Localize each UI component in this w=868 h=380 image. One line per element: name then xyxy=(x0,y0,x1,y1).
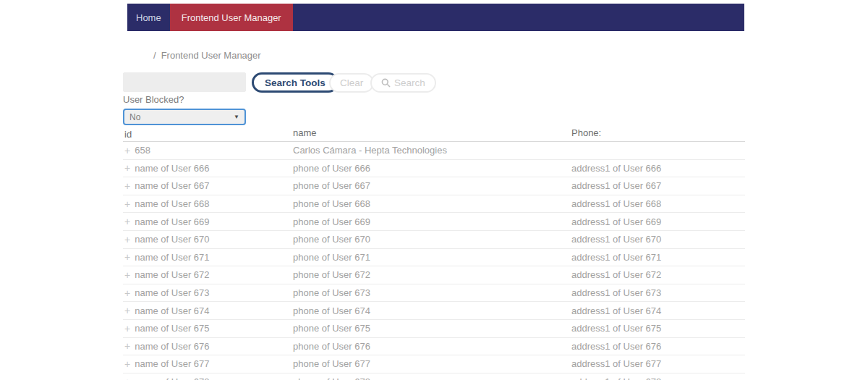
cell-phone: address1 of User 678 xyxy=(571,376,745,380)
cell-phone: address1 of User 666 xyxy=(571,163,745,174)
expand-row-icon[interactable]: + xyxy=(124,288,130,298)
cell-id: +name of User 671 xyxy=(123,252,293,263)
cell-id: +658 xyxy=(123,145,293,156)
cell-id: +name of User 674 xyxy=(123,305,293,316)
column-header-phone: Phone: xyxy=(571,127,745,141)
table-row[interactable]: +name of User 667phone of User 667addres… xyxy=(123,177,745,195)
chevron-down-icon: ▼ xyxy=(234,114,239,120)
table-row[interactable]: +name of User 674phone of User 674addres… xyxy=(123,302,745,320)
cell-phone: address1 of User 675 xyxy=(571,323,745,334)
cell-id: +name of User 666 xyxy=(123,163,293,174)
cell-name: phone of User 677 xyxy=(293,358,571,369)
column-header-name: name xyxy=(293,127,571,141)
cell-id-text: 658 xyxy=(135,145,150,156)
cell-id-text: name of User 676 xyxy=(135,341,209,352)
magnifier-icon xyxy=(381,78,391,88)
table-row[interactable]: +name of User 672phone of User 672addres… xyxy=(123,266,745,284)
cell-id-text: name of User 671 xyxy=(135,252,209,263)
expand-row-icon[interactable]: + xyxy=(124,377,130,380)
cell-name: phone of User 673 xyxy=(293,287,571,298)
expand-row-icon[interactable]: + xyxy=(124,163,130,173)
page: Home Frontend User Manager /Frontend Use… xyxy=(0,0,868,380)
cell-id-text: name of User 669 xyxy=(135,216,209,227)
cell-phone: address1 of User 674 xyxy=(571,305,745,316)
nav-tab-frontend-user-manager[interactable]: Frontend User Manager xyxy=(170,4,293,31)
cell-id: +name of User 670 xyxy=(123,234,293,245)
cell-id-text: name of User 675 xyxy=(135,323,209,334)
expand-row-icon[interactable]: + xyxy=(124,145,130,156)
main-nav: Home Frontend User Manager xyxy=(127,4,744,31)
cell-id-text: name of User 677 xyxy=(135,358,209,369)
cell-name: phone of User 667 xyxy=(293,180,571,191)
cell-phone: address1 of User 669 xyxy=(571,216,745,227)
breadcrumb-current[interactable]: Frontend User Manager xyxy=(161,50,261,61)
table-row[interactable]: +658Carlos Cámara - Hepta Technologies xyxy=(123,142,745,160)
user-blocked-select[interactable]: No ▼ xyxy=(123,109,246,125)
users-table: idnamePhone: +658Carlos Cámara - Hepta T… xyxy=(123,127,745,380)
table-row[interactable]: +name of User 675phone of User 675addres… xyxy=(123,320,745,338)
expand-row-icon[interactable]: + xyxy=(124,305,130,316)
cell-name: phone of User 675 xyxy=(293,323,571,334)
select-value: No xyxy=(129,112,140,122)
cell-id: +name of User 677 xyxy=(123,358,293,369)
expand-row-icon[interactable]: + xyxy=(124,359,130,369)
cell-id: +name of User 678 xyxy=(123,376,293,380)
breadcrumb-separator: / xyxy=(153,50,156,61)
cell-name: phone of User 666 xyxy=(293,163,571,174)
search-input[interactable] xyxy=(123,72,246,92)
cell-name: phone of User 670 xyxy=(293,234,571,245)
cell-phone: address1 of User 667 xyxy=(571,180,745,191)
table-row[interactable]: +name of User 677phone of User 677addres… xyxy=(123,355,745,373)
cell-id-text: name of User 668 xyxy=(135,198,209,209)
table-row[interactable]: +name of User 670phone of User 670addres… xyxy=(123,231,745,249)
search-button[interactable]: Search xyxy=(370,73,436,93)
clear-button[interactable]: Clear xyxy=(329,73,374,93)
cell-id-text: name of User 667 xyxy=(135,180,209,191)
table-row[interactable]: +name of User 678phone of User 678addres… xyxy=(123,373,745,380)
cell-id: +name of User 667 xyxy=(123,180,293,191)
cell-id: +name of User 676 xyxy=(123,341,293,352)
table-header-row: idnamePhone: xyxy=(123,127,745,142)
cell-name: phone of User 668 xyxy=(293,198,571,209)
cell-phone: address1 of User 671 xyxy=(571,252,745,263)
cell-id: +name of User 669 xyxy=(123,216,293,227)
breadcrumb: /Frontend User Manager xyxy=(153,50,261,61)
table-row[interactable]: +name of User 669phone of User 669addres… xyxy=(123,213,745,231)
expand-row-icon[interactable]: + xyxy=(124,324,130,334)
expand-row-icon[interactable]: + xyxy=(124,181,130,191)
nav-tab-label: Frontend User Manager xyxy=(182,12,281,23)
user-blocked-label: User Blocked? xyxy=(123,94,184,105)
table-row[interactable]: +name of User 666phone of User 666addres… xyxy=(123,160,745,178)
expand-row-icon[interactable]: + xyxy=(124,341,130,351)
expand-row-icon[interactable]: + xyxy=(124,270,130,280)
cell-id: +name of User 672 xyxy=(123,269,293,280)
cell-phone: address1 of User 676 xyxy=(571,341,745,352)
expand-row-icon[interactable]: + xyxy=(124,252,130,262)
cell-id-text: name of User 666 xyxy=(135,163,209,174)
expand-row-icon[interactable]: + xyxy=(124,199,130,209)
cell-id-text: name of User 672 xyxy=(135,269,209,280)
table-row[interactable]: +name of User 668phone of User 668addres… xyxy=(123,195,745,214)
nav-tab-label: Home xyxy=(136,12,161,23)
search-tools-button[interactable]: Search Tools xyxy=(252,72,339,93)
cell-name: phone of User 671 xyxy=(293,252,571,263)
cell-name: phone of User 669 xyxy=(293,216,571,227)
table-row[interactable]: +name of User 673phone of User 673addres… xyxy=(123,284,745,303)
expand-row-icon[interactable]: + xyxy=(124,235,130,245)
expand-row-icon[interactable]: + xyxy=(124,216,130,227)
search-button-label: Search xyxy=(394,77,425,88)
table-row[interactable]: +name of User 676phone of User 676addres… xyxy=(123,338,745,356)
cell-phone: address1 of User 673 xyxy=(571,287,745,298)
cell-id-text: name of User 670 xyxy=(135,234,209,245)
table-row[interactable]: +name of User 671phone of User 671addres… xyxy=(123,249,745,267)
cell-id-text: name of User 678 xyxy=(135,376,209,380)
cell-name: phone of User 676 xyxy=(293,341,571,352)
cell-phone: address1 of User 672 xyxy=(571,269,745,280)
cell-name: Carlos Cámara - Hepta Technologies xyxy=(293,145,571,156)
cell-name: phone of User 674 xyxy=(293,305,571,316)
cell-phone: address1 of User 670 xyxy=(571,234,745,245)
column-header-id: id xyxy=(123,127,293,141)
nav-tab-home[interactable]: Home xyxy=(127,4,170,31)
cell-phone: address1 of User 668 xyxy=(571,198,745,209)
cell-id: +name of User 675 xyxy=(123,323,293,334)
